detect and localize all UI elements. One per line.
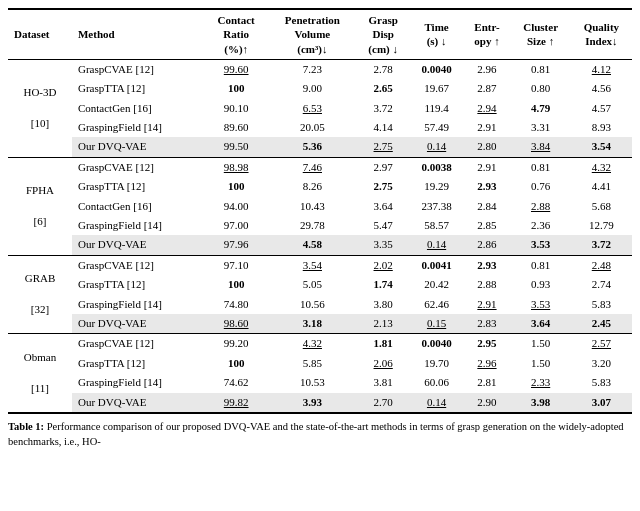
quality-index-value: 2.48 [571,255,632,275]
table-caption: Table 1: Performance comparison of our p… [8,420,632,449]
caption-label: Table 1: [8,421,44,432]
grasp-disp-value: 2.78 [357,59,410,79]
time-value: 0.0038 [410,157,464,177]
time-value: 58.57 [410,216,464,235]
contact-ratio-value: 89.60 [204,118,268,137]
cluster-size-value: 0.81 [510,59,570,79]
cluster-size-value: 3.31 [510,118,570,137]
method-cell: GraspTTA [12] [72,79,204,98]
grasp-disp-value: 2.02 [357,255,410,275]
quality-index-value: 2.74 [571,275,632,294]
grasp-disp-value: 3.80 [357,295,410,314]
entropy-value: 2.86 [463,235,510,255]
method-cell: Our DVQ-VAE [72,393,204,413]
grasp-disp-value: 2.13 [357,314,410,334]
cluster-size-value: 2.36 [510,216,570,235]
time-value: 0.0040 [410,59,464,79]
penetration-volume-value: 4.32 [268,334,357,354]
contact-ratio-value: 99.60 [204,59,268,79]
entropy-value: 2.83 [463,314,510,334]
cluster-size-value: 0.81 [510,255,570,275]
entropy-value: 2.93 [463,255,510,275]
entropy-value: 2.81 [463,373,510,392]
grasp-disp-value: 1.81 [357,334,410,354]
grasp-disp-value: 2.70 [357,393,410,413]
quality-index-value: 5.83 [571,295,632,314]
entropy-value: 2.96 [463,354,510,373]
grasp-disp-value: 3.81 [357,373,410,392]
contact-ratio-value: 99.50 [204,137,268,157]
penetration-volume-value: 10.43 [268,197,357,216]
cluster-size-value: 0.81 [510,157,570,177]
entropy-value: 2.85 [463,216,510,235]
header-grasp-disp: GraspDisp(cm) ↓ [357,9,410,59]
method-cell: Our DVQ-VAE [72,137,204,157]
penetration-volume-value: 7.23 [268,59,357,79]
quality-index-value: 5.83 [571,373,632,392]
method-cell: Our DVQ-VAE [72,235,204,255]
entropy-value: 2.91 [463,157,510,177]
quality-index-value: 5.68 [571,197,632,216]
cluster-size-value: 1.50 [510,334,570,354]
penetration-volume-value: 4.58 [268,235,357,255]
penetration-volume-value: 8.26 [268,177,357,196]
cluster-size-value: 3.53 [510,235,570,255]
method-cell: GraspingField [14] [72,216,204,235]
time-value: 57.49 [410,118,464,137]
time-value: 19.67 [410,79,464,98]
entropy-value: 2.96 [463,59,510,79]
entropy-value: 2.94 [463,99,510,118]
method-cell: Our DVQ-VAE [72,314,204,334]
grasp-disp-value: 3.64 [357,197,410,216]
contact-ratio-value: 74.80 [204,295,268,314]
grasp-disp-value: 4.14 [357,118,410,137]
contact-ratio-value: 100 [204,354,268,373]
quality-index-value: 4.41 [571,177,632,196]
entropy-value: 2.87 [463,79,510,98]
cluster-size-value: 4.79 [510,99,570,118]
entropy-value: 2.91 [463,118,510,137]
header-penetration-volume: PenetrationVolume(cm³)↓ [268,9,357,59]
contact-ratio-value: 90.10 [204,99,268,118]
grasp-disp-value: 3.35 [357,235,410,255]
dataset-cell: Obman[11] [8,334,72,413]
quality-index-value: 3.20 [571,354,632,373]
quality-index-value: 8.93 [571,118,632,137]
cluster-size-value: 2.88 [510,197,570,216]
quality-index-value: 12.79 [571,216,632,235]
quality-index-value: 4.57 [571,99,632,118]
method-cell: GraspCVAE [12] [72,334,204,354]
method-cell: GraspTTA [12] [72,354,204,373]
penetration-volume-value: 3.18 [268,314,357,334]
penetration-volume-value: 5.05 [268,275,357,294]
penetration-volume-value: 7.46 [268,157,357,177]
cluster-size-value: 3.64 [510,314,570,334]
penetration-volume-value: 20.05 [268,118,357,137]
time-value: 62.46 [410,295,464,314]
time-value: 0.0041 [410,255,464,275]
cluster-size-value: 3.84 [510,137,570,157]
method-cell: GraspCVAE [12] [72,59,204,79]
grasp-disp-value: 5.47 [357,216,410,235]
cluster-size-value: 1.50 [510,354,570,373]
contact-ratio-value: 97.10 [204,255,268,275]
time-value: 0.15 [410,314,464,334]
contact-ratio-value: 74.62 [204,373,268,392]
contact-ratio-value: 100 [204,79,268,98]
grasp-disp-value: 2.75 [357,137,410,157]
cluster-size-value: 0.76 [510,177,570,196]
method-cell: GraspTTA [12] [72,275,204,294]
contact-ratio-value: 94.00 [204,197,268,216]
penetration-volume-value: 10.53 [268,373,357,392]
entropy-value: 2.80 [463,137,510,157]
time-value: 60.06 [410,373,464,392]
cluster-size-value: 3.98 [510,393,570,413]
grasp-disp-value: 2.06 [357,354,410,373]
time-value: 0.0040 [410,334,464,354]
header-quality-index: QualityIndex↓ [571,9,632,59]
cluster-size-value: 2.33 [510,373,570,392]
method-cell: ContactGen [16] [72,197,204,216]
grasp-disp-value: 1.74 [357,275,410,294]
time-value: 20.42 [410,275,464,294]
method-cell: GraspingField [14] [72,373,204,392]
